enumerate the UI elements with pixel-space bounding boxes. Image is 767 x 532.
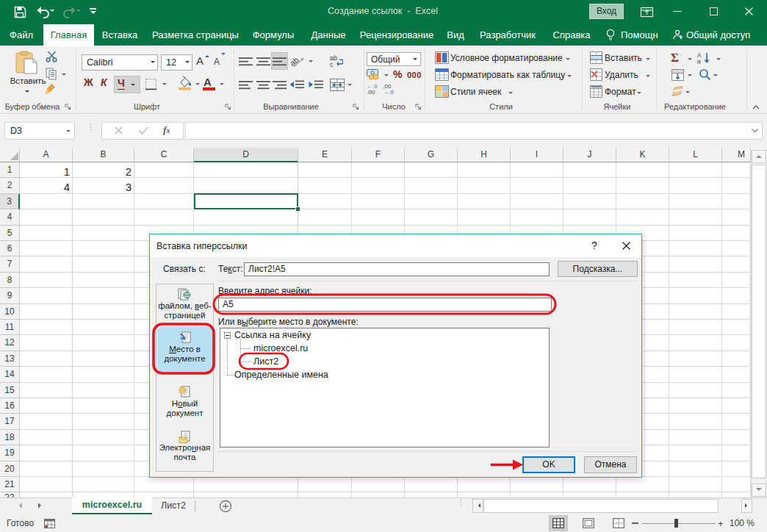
svg-text:,00: ,00: [367, 89, 375, 95]
svg-text:я: я: [697, 58, 701, 65]
svg-text:→,0: →,0: [383, 89, 394, 95]
svg-text:c: c: [330, 61, 334, 68]
